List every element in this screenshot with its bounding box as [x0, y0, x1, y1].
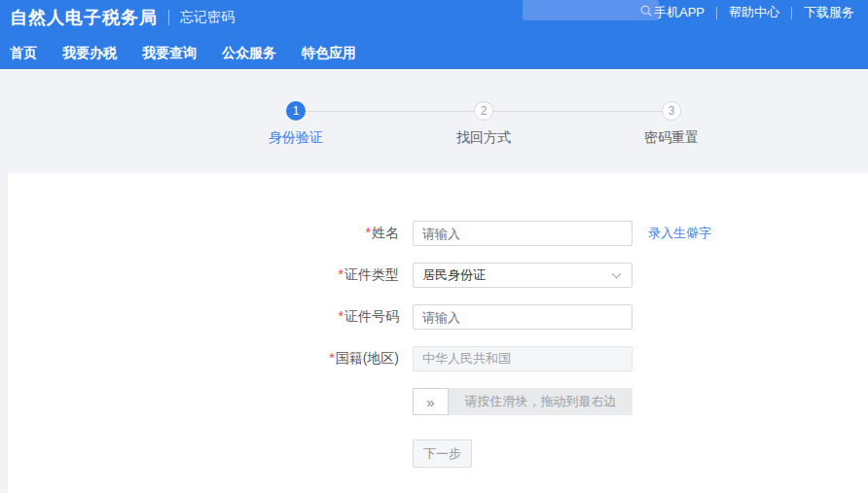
id-type-selected-value: 居民身份证	[422, 266, 486, 284]
next-step-button[interactable]: 下一步	[413, 440, 472, 468]
header: 自然人电子税务局 忘记密码 手机APP 帮助中心 下载服务	[0, 0, 868, 39]
chevron-down-icon	[610, 269, 623, 282]
step-identity-verification: 1 身份验证	[269, 101, 323, 147]
top-link-help-center[interactable]: 帮助中心	[717, 4, 791, 21]
top-link-download-service[interactable]: 下载服务	[792, 4, 866, 21]
search-input[interactable]	[523, 4, 639, 18]
slider-handle[interactable]: »	[413, 388, 449, 415]
step-1-label: 身份验证	[269, 129, 323, 147]
slider-hint-text: 请按住滑块，拖动到最右边	[465, 393, 617, 410]
main-nav: 首页 我要办税 我要查询 公众服务 特色应用	[0, 39, 868, 69]
id-number-input[interactable]	[413, 304, 633, 330]
search-box[interactable]	[523, 0, 659, 20]
step-password-reset: 3 密码重置	[644, 101, 699, 147]
id-type-select[interactable]: 居民身份证	[413, 263, 633, 288]
id-type-field-label: *证件类型	[282, 266, 399, 284]
double-chevron-right-icon: »	[426, 394, 434, 410]
nav-item-home[interactable]: 首页	[10, 45, 37, 62]
nav-item-public-service[interactable]: 公众服务	[222, 45, 276, 62]
page-subtitle: 忘记密码	[180, 9, 235, 26]
slider-captcha-row: 请按住滑块，拖动到最右边 »	[282, 388, 868, 415]
step-recovery-method: 2 找回方式	[456, 101, 511, 147]
nav-item-tax-handling[interactable]: 我要办税	[62, 45, 117, 62]
brand-area: 自然人电子税务局 忘记密码	[10, 0, 235, 35]
step-3-label: 密码重置	[644, 129, 699, 147]
brand-divider	[168, 10, 169, 25]
step-1-circle: 1	[286, 101, 306, 121]
nav-item-inquiry[interactable]: 我要查询	[142, 45, 197, 62]
step-3-circle: 3	[662, 101, 681, 121]
form-panel: *姓名 录入生僻字 *证件类型 居民身份证 *证件号码	[8, 173, 868, 493]
required-asterisk: *	[329, 350, 334, 366]
step-connector	[306, 111, 474, 112]
required-asterisk: *	[339, 266, 344, 282]
identity-form: *姓名 录入生僻字 *证件类型 居民身份证 *证件号码	[8, 173, 868, 468]
nationality-input	[413, 346, 633, 371]
name-input[interactable]	[413, 221, 633, 246]
page: 自然人电子税务局 忘记密码 手机APP 帮助中心 下载服务 首页 我要办税 我要…	[0, 0, 868, 173]
name-field-row: *姓名 录入生僻字	[282, 221, 868, 246]
stepper: 1 身份验证 2 找回方式 3 密码重置	[0, 69, 868, 173]
name-field-label: *姓名	[282, 225, 399, 242]
step-2-label: 找回方式	[456, 129, 511, 147]
nav-item-featured-apps[interactable]: 特色应用	[302, 45, 356, 62]
id-number-field-row: *证件号码	[282, 304, 868, 330]
header-links: 手机APP 帮助中心 下载服务	[642, 2, 866, 23]
slider-captcha-track: 请按住滑块，拖动到最右边 »	[413, 388, 633, 415]
id-type-field-row: *证件类型 居民身份证	[282, 263, 868, 288]
top-link-mobile-app[interactable]: 手机APP	[642, 4, 716, 21]
step-2-circle: 2	[474, 101, 493, 121]
required-asterisk: *	[339, 308, 344, 324]
id-number-field-label: *证件号码	[282, 308, 399, 326]
nationality-field-row: *国籍(地区)	[282, 346, 868, 371]
step-connector	[493, 111, 662, 112]
rare-character-entry-link[interactable]: 录入生僻字	[648, 225, 711, 242]
brand-title: 自然人电子税务局	[10, 6, 158, 29]
required-asterisk: *	[366, 225, 371, 240]
nationality-field-label: *国籍(地区)	[282, 350, 399, 368]
